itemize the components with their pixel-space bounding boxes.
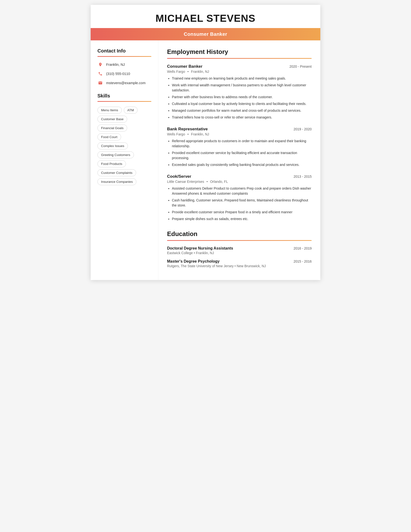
job-dates: 2020 - Present xyxy=(290,65,312,68)
edu-block: Doctoral Degree Nursing Assistants2016 -… xyxy=(167,246,312,255)
job-company: Wells Fargo • Franklin, NJ xyxy=(167,132,312,136)
skill-tag: ATM xyxy=(124,107,138,114)
job-company: Little Caesar Enterprises • Orlando, FL xyxy=(167,180,312,183)
job-dates: 2019 - 2020 xyxy=(293,127,312,131)
education-section: Education Doctoral Degree Nursing Assist… xyxy=(167,230,312,268)
jobs-container: Consumer Banker2020 - PresentWells Fargo… xyxy=(167,64,312,221)
skill-tags-container: Menu ItemsATMCustomer BaseFinancial Goal… xyxy=(97,107,151,185)
contact-section-title: Contact Info xyxy=(97,48,151,54)
resume-body: Contact Info Franklin, NJ xyxy=(91,40,320,280)
edu-header: Master's Degree Psychology2015 - 2016 xyxy=(167,259,312,264)
location-icon xyxy=(97,62,103,67)
email-icon xyxy=(97,80,103,86)
job-title: Consumer Banker xyxy=(167,64,202,69)
job-bullet: Cash hanldling, Customer service, Prepar… xyxy=(172,198,312,208)
job-bullet: Provide excellent customer service Prepa… xyxy=(172,210,312,215)
skill-tag: Financial Goals xyxy=(97,124,127,132)
job-bullet: Prepare simple dishes such as salads, en… xyxy=(172,216,312,221)
phone-icon xyxy=(97,71,103,77)
education-section-title: Education xyxy=(167,230,312,238)
skill-tag: Insurance Companies xyxy=(97,178,136,185)
job-bullet: Provided excellent customer service by f… xyxy=(172,150,312,161)
edu-school: Eastwick College • Franklin, NJ xyxy=(167,251,312,255)
job-bullet: Partner with other business lines to add… xyxy=(172,95,312,100)
resume-container: MICHAEL STEVENS Consumer Banker Contact … xyxy=(91,5,320,280)
job-bullet: Exceeded sales goals by consistently sel… xyxy=(172,162,312,167)
job-bullet: Referred appropriate products to custome… xyxy=(172,139,312,149)
email-text: mstevens@example.com xyxy=(106,81,146,85)
edu-block: Master's Degree Psychology2015 - 2016Rut… xyxy=(167,259,312,268)
edu-school: Rutgers, The State University of New Jer… xyxy=(167,264,312,268)
resume-header: MICHAEL STEVENS xyxy=(91,5,320,24)
job-title: Bank Representative xyxy=(167,127,208,132)
sidebar: Contact Info Franklin, NJ xyxy=(91,40,158,280)
contact-email: mstevens@example.com xyxy=(97,80,151,86)
skill-tag: Customer Base xyxy=(97,116,127,123)
job-header: Consumer Banker2020 - Present xyxy=(167,64,312,69)
edu-title: Doctoral Degree Nursing Assistants xyxy=(167,246,233,250)
skills-divider xyxy=(97,101,151,102)
employment-divider xyxy=(167,58,312,59)
job-bullet: Cultivated a loyal customer base by acti… xyxy=(172,101,312,106)
location-text: Franklin, NJ xyxy=(106,63,125,66)
education-divider xyxy=(167,240,312,241)
edu-header: Doctoral Degree Nursing Assistants2016 -… xyxy=(167,246,312,250)
main-content: Employment History Consumer Banker2020 -… xyxy=(158,40,320,280)
job-bullets: Trained new employees on learning bank p… xyxy=(167,76,312,120)
job-company: Wells Fargo • Franklin, NJ xyxy=(167,70,312,74)
edu-title: Master's Degree Psychology xyxy=(167,259,220,264)
edu-dates: 2015 - 2016 xyxy=(293,259,312,263)
edu-dates: 2016 - 2019 xyxy=(293,247,312,250)
job-block: Bank Representative2019 - 2020Wells Farg… xyxy=(167,127,312,167)
education-container: Doctoral Degree Nursing Assistants2016 -… xyxy=(167,246,312,268)
job-bullet: Work with internal wealth management / b… xyxy=(172,83,312,93)
job-header: Bank Representative2019 - 2020 xyxy=(167,127,312,132)
skill-tag: Complex Issues xyxy=(97,142,128,150)
contact-location: Franklin, NJ xyxy=(97,62,151,67)
job-block: Cook/Server2013 - 2015Little Caesar Ente… xyxy=(167,174,312,221)
job-bullet: Assisted customers Deliver Product to cu… xyxy=(172,186,312,196)
skill-tag: Food Court xyxy=(97,133,121,141)
skill-tag: Menu Items xyxy=(97,107,122,114)
job-bullet: Managed customer portfolios for warm mar… xyxy=(172,108,312,113)
employment-section-title: Employment History xyxy=(167,48,312,56)
job-bullet: Trained tellers how to cross-sell or ref… xyxy=(172,115,312,120)
phone-text: (310) 555-0110 xyxy=(106,72,130,76)
contact-phone: (310) 555-0110 xyxy=(97,71,151,77)
job-block: Consumer Banker2020 - PresentWells Fargo… xyxy=(167,64,312,120)
title-banner: Consumer Banker xyxy=(91,28,320,40)
job-bullets: Assisted customers Deliver Product to cu… xyxy=(167,186,312,221)
job-header: Cook/Server2013 - 2015 xyxy=(167,174,312,179)
contact-divider xyxy=(97,56,151,57)
job-dates: 2013 - 2015 xyxy=(293,175,312,179)
skill-tag: Greeting Customers xyxy=(97,151,134,158)
job-bullets: Referred appropriate products to custome… xyxy=(167,139,312,167)
job-bullet: Trained new employees on learning bank p… xyxy=(172,76,312,81)
candidate-name: MICHAEL STEVENS xyxy=(100,13,311,24)
job-title: Cook/Server xyxy=(167,174,191,179)
skills-section: Skills Menu ItemsATMCustomer BaseFinanci… xyxy=(97,93,151,185)
skills-section-title: Skills xyxy=(97,93,151,99)
skill-tag: Customer Complaints xyxy=(97,169,136,176)
contact-section: Contact Info Franklin, NJ xyxy=(97,48,151,86)
candidate-title: Consumer Banker xyxy=(184,31,227,37)
skill-tag: Food Products xyxy=(97,160,126,167)
